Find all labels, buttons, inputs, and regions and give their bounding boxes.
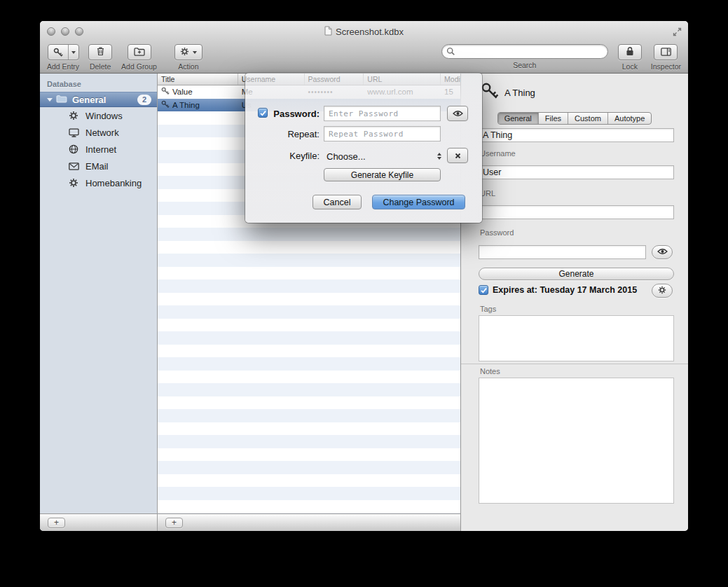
sidebar-item-email[interactable]: EMail xyxy=(40,158,157,174)
document-icon xyxy=(324,26,332,38)
column-header-title[interactable]: Title xyxy=(158,74,238,85)
check-icon xyxy=(480,286,488,294)
cancel-button[interactable]: Cancel xyxy=(313,195,362,209)
sidebar-item-windows[interactable]: Windows xyxy=(40,107,157,124)
expires-settings-button[interactable] xyxy=(652,284,673,298)
sidebar-item-homebanking[interactable]: Homebanking xyxy=(40,174,157,191)
chevron-down-icon xyxy=(71,51,76,54)
window-title: Screenshot.kdbx xyxy=(336,27,404,37)
notes-label: Notes xyxy=(480,367,500,375)
change-password-dialog: Password: Repeat: Keyfile: Choose... Gen… xyxy=(245,73,482,223)
clear-keyfile-button[interactable] xyxy=(447,148,468,163)
trash-icon xyxy=(96,46,105,59)
inspector-entry-title: A Thing xyxy=(504,88,535,98)
add-group-button[interactable] xyxy=(128,44,151,60)
expires-row: Expires at: Tuesday 17 March 2015 xyxy=(479,285,647,295)
sidebar: Database General 2 Windows Network xyxy=(40,74,157,513)
password-field[interactable] xyxy=(479,245,646,259)
repeat-password-input[interactable] xyxy=(324,126,441,141)
password-label: Password xyxy=(480,228,514,237)
sidebar-column: Database General 2 Windows Network xyxy=(40,74,158,531)
action-button[interactable] xyxy=(174,44,202,60)
titlebar: Screenshot.kdbx xyxy=(40,21,688,42)
key-icon xyxy=(481,82,499,102)
new-password-input[interactable] xyxy=(324,106,441,121)
search-icon xyxy=(446,47,455,56)
inspector-panel: A Thing General Files Custom Autotype Us… xyxy=(461,74,688,531)
inspector-label: Inspector xyxy=(651,62,681,71)
add-group-plus-button[interactable]: + xyxy=(48,518,65,528)
action-label: Action xyxy=(178,62,198,71)
folder-icon xyxy=(56,95,67,105)
key-icon xyxy=(161,100,170,110)
keyfile-popup[interactable]: Choose... xyxy=(324,149,444,164)
entry-title: Value xyxy=(172,88,193,96)
lock-label: Lock xyxy=(622,62,638,71)
inspector-button[interactable] xyxy=(654,44,678,60)
toolbar: Add Entry Delete Add Group xyxy=(40,42,688,74)
key-icon xyxy=(48,45,68,60)
folder-plus-icon xyxy=(134,46,145,59)
expires-checkbox[interactable] xyxy=(479,285,488,295)
tab-autotype[interactable]: Autotype xyxy=(608,113,651,124)
change-password-button[interactable]: Change Password xyxy=(372,195,465,209)
close-icon xyxy=(455,149,461,162)
search-input[interactable] xyxy=(441,44,608,59)
sidebar-item-label: Windows xyxy=(85,111,123,121)
sidebar-item-label: Internet xyxy=(85,144,116,155)
gear-icon xyxy=(180,46,189,59)
lock-icon xyxy=(626,46,634,59)
sidebar-item-label: EMail xyxy=(85,161,109,172)
add-entry-label: Add Entry xyxy=(47,62,79,71)
delete-label: Delete xyxy=(90,62,111,71)
notes-input[interactable] xyxy=(479,378,674,504)
dialog-keyfile-label: Keyfile: xyxy=(245,151,320,161)
add-entry-plus-button[interactable]: + xyxy=(165,518,183,528)
sidebar-item-label: Homebanking xyxy=(85,178,142,188)
tab-custom[interactable]: Custom xyxy=(568,113,608,124)
group-count-badge: 2 xyxy=(137,95,151,105)
entry-title-field[interactable] xyxy=(479,128,674,142)
search-label: Search xyxy=(513,61,536,69)
expires-label: Expires at: Tuesday 17 March 2015 xyxy=(493,285,637,295)
tags-label: Tags xyxy=(480,305,496,313)
add-entry-dropdown[interactable] xyxy=(68,45,78,60)
sidebar-item-label: Network xyxy=(85,127,119,138)
url-field[interactable] xyxy=(479,205,674,219)
show-password-button[interactable] xyxy=(447,106,468,121)
entry-title: A Thing xyxy=(172,101,200,109)
envelope-icon xyxy=(68,163,79,170)
lock-button[interactable] xyxy=(618,44,642,60)
generate-keyfile-button[interactable]: Generate Keyfile xyxy=(324,168,441,181)
popup-stepper-icon xyxy=(437,153,444,160)
gear-icon xyxy=(658,286,666,296)
window-title-area: Screenshot.kdbx xyxy=(40,26,688,38)
tab-files[interactable]: Files xyxy=(539,113,568,124)
monitor-icon xyxy=(68,128,79,137)
database-header: Database xyxy=(40,74,157,92)
tab-general[interactable]: General xyxy=(498,113,539,124)
sidebar-group-general[interactable]: General 2 xyxy=(40,92,157,107)
tags-input[interactable] xyxy=(479,315,674,361)
desktop: Screenshot.kdbx Add Entry xyxy=(0,0,728,587)
add-group-label: Add Group xyxy=(121,62,157,71)
fullscreen-icon[interactable] xyxy=(673,27,682,39)
delete-button[interactable] xyxy=(88,44,112,60)
chevron-down-icon xyxy=(193,51,197,54)
entry-list-bottom-bar: + xyxy=(158,513,460,531)
reveal-password-button[interactable] xyxy=(652,245,673,259)
username-field[interactable] xyxy=(479,165,674,179)
disclosure-triangle-icon[interactable] xyxy=(47,98,53,102)
sidebar-bottom-bar: + xyxy=(40,513,157,531)
inspector-panel-icon xyxy=(661,46,671,59)
username-label: Username xyxy=(480,149,516,158)
dialog-repeat-label: Repeat: xyxy=(245,129,320,139)
sidebar-item-network[interactable]: Network xyxy=(40,124,157,141)
eye-icon xyxy=(657,247,668,257)
generate-password-button[interactable]: Generate xyxy=(479,268,674,280)
sidebar-item-internet[interactable]: Internet xyxy=(40,141,157,158)
group-label: General xyxy=(72,95,134,105)
window-chrome: Screenshot.kdbx Add Entry xyxy=(40,21,688,74)
add-entry-button[interactable] xyxy=(48,44,79,60)
globe-icon xyxy=(68,144,79,154)
